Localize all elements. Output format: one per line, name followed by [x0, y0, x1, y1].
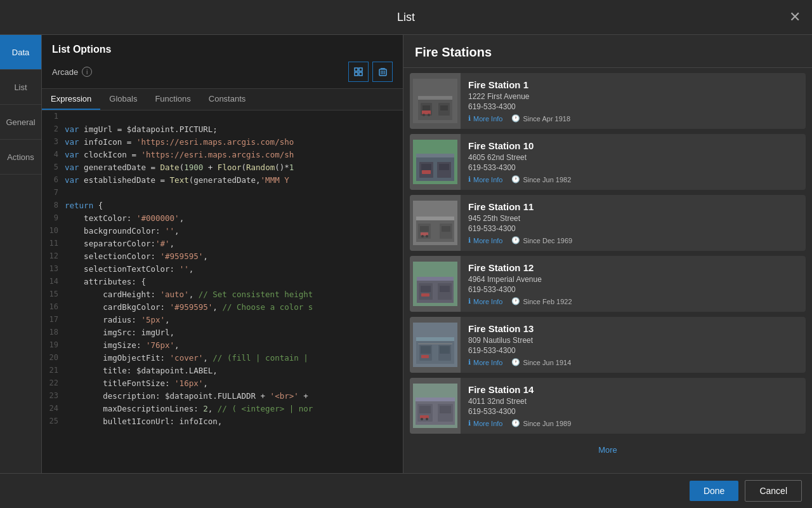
- arcade-info-icon[interactable]: i: [82, 67, 92, 77]
- more-area: More: [410, 439, 806, 460]
- svg-point-35: [421, 235, 424, 237]
- code-line-8: 8 return {: [42, 199, 403, 212]
- code-line-1: 1: [42, 110, 403, 123]
- station-card-12[interactable]: Fire Station 12 4964 Imperial Avenue 619…: [410, 256, 806, 312]
- code-line-25: 25 bullet1IconUrl: infoIcon,: [42, 415, 403, 428]
- more-info-link-11[interactable]: ℹ More Info: [468, 236, 502, 244]
- station-meta-13: ℹ More Info 🕐 Since Jun 1914: [468, 358, 798, 366]
- svg-rect-24: [421, 164, 431, 170]
- center-panel: List Options Arcade i: [42, 35, 403, 508]
- clock-icon-13: 🕐: [511, 358, 520, 366]
- info-icon-1: ℹ: [468, 114, 471, 123]
- station-meta-11: ℹ More Info 🕐 Since Dec 1969: [468, 236, 798, 244]
- tab-expression[interactable]: Expression: [42, 89, 100, 110]
- done-button[interactable]: Done: [690, 481, 738, 501]
- since-item-13: 🕐 Since Jun 1914: [511, 358, 571, 366]
- close-icon[interactable]: ✕: [789, 10, 801, 24]
- station-img-10: [410, 134, 461, 190]
- more-info-text-11: More Info: [473, 237, 502, 244]
- station-name-10: Fire Station 10: [468, 140, 798, 151]
- panel-title: List Options: [52, 44, 393, 55]
- code-line-3: 3 var infoIcon = 'https://esri.maps.arcg…: [42, 136, 403, 149]
- svg-rect-60: [440, 406, 451, 413]
- tab-functions[interactable]: Functions: [146, 89, 199, 110]
- svg-rect-14: [440, 105, 448, 110]
- station-addr-13: 809 Nautilus Street: [468, 336, 798, 345]
- arcade-label: Arcade i: [52, 67, 92, 77]
- more-info-link-14[interactable]: ℹ More Info: [468, 419, 502, 427]
- code-editor[interactable]: 1 2 var imgUrl = $datapoint.PICTURL; 3 v…: [42, 110, 403, 508]
- sidebar-item-list[interactable]: List: [0, 70, 41, 105]
- station-card-13[interactable]: Fire Station 13 809 Nautilus Street 619-…: [410, 317, 806, 373]
- code-line-24: 24 maxDescriptionLines: 2, // ( <integer…: [42, 403, 403, 415]
- station-img-14: [410, 378, 461, 434]
- since-item-10: 🕐 Since Jun 1982: [511, 175, 571, 184]
- station-meta-14: ℹ More Info 🕐 Since Jun 1989: [468, 419, 798, 427]
- station-name-14: Fire Station 14: [468, 384, 798, 395]
- svg-rect-29: [416, 217, 454, 220]
- code-line-16: 16 cardBkgColor: '#959595', // Choose a …: [42, 301, 403, 314]
- delete-button[interactable]: [372, 62, 393, 82]
- code-line-7: 7: [42, 187, 403, 199]
- info-icon-13: ℹ: [468, 358, 471, 366]
- more-info-link-12[interactable]: ℹ More Info: [468, 297, 502, 305]
- tabs-bar: Expression Globals Functions Constants: [42, 89, 403, 110]
- main-layout: Data List General Actions List Options A…: [0, 35, 812, 508]
- svg-point-36: [426, 235, 428, 237]
- more-info-link-1[interactable]: ℹ More Info: [468, 114, 502, 123]
- station-addr-1: 1222 First Avenue: [468, 92, 798, 101]
- preview-panel: Fire Stations: [403, 35, 812, 508]
- more-info-text-14: More Info: [473, 420, 502, 427]
- sidebar-item-data[interactable]: Data: [0, 35, 41, 70]
- svg-rect-44: [421, 293, 429, 297]
- station-info-11: Fire Station 11 945 25th Street 619-533-…: [461, 195, 806, 251]
- more-info-link-13[interactable]: ℹ More Info: [468, 358, 502, 366]
- tab-constants[interactable]: Constants: [200, 89, 255, 110]
- more-info-text-13: More Info: [473, 359, 502, 366]
- station-info-14: Fire Station 14 4011 32nd Street 619-533…: [461, 378, 806, 434]
- station-meta-1: ℹ More Info 🕐 Since Apr 1918: [468, 114, 798, 123]
- more-info-link-10[interactable]: ℹ More Info: [468, 175, 502, 184]
- station-info-1: Fire Station 1 1222 First Avenue 619-533…: [461, 73, 806, 129]
- station-info-13: Fire Station 13 809 Nautilus Street 619-…: [461, 317, 806, 373]
- preview-title: Fire Stations: [403, 35, 812, 68]
- code-line-23: 23 description: $datapoint.FULLADDR + '<…: [42, 390, 403, 403]
- station-img-13: [410, 317, 461, 373]
- info-icon-12: ℹ: [468, 297, 471, 305]
- code-line-21: 21 title: $datapoint.LABEL,: [42, 364, 403, 377]
- svg-rect-16: [422, 110, 431, 114]
- code-line-13: 13 selectionTextColor: '',: [42, 263, 403, 276]
- since-item-14: 🕐 Since Jun 1989: [511, 419, 571, 427]
- more-button[interactable]: More: [598, 445, 617, 455]
- cancel-button[interactable]: Cancel: [745, 480, 802, 502]
- expand-button[interactable]: [348, 62, 369, 82]
- since-item-11: 🕐 Since Dec 1969: [511, 236, 572, 244]
- svg-rect-3: [359, 72, 362, 76]
- code-line-14: 14 attributes: {: [42, 276, 403, 288]
- info-icon-10: ℹ: [468, 175, 471, 184]
- svg-rect-0: [355, 68, 358, 71]
- sidebar-item-actions[interactable]: Actions: [0, 140, 41, 175]
- stations-list[interactable]: Fire Station 1 1222 First Avenue 619-533…: [403, 68, 812, 508]
- station-addr-12: 4964 Imperial Avenue: [468, 275, 798, 284]
- svg-rect-53: [421, 355, 429, 358]
- tab-globals[interactable]: Globals: [100, 89, 146, 110]
- dialog-title: List: [397, 11, 415, 24]
- code-line-6: 6 var establishedDate = Text(generatedDa…: [42, 174, 403, 187]
- station-card-11[interactable]: Fire Station 11 945 25th Street 619-533-…: [410, 195, 806, 251]
- svg-rect-10: [418, 97, 452, 100]
- sidebar-item-general[interactable]: General: [0, 105, 41, 140]
- svg-rect-21: [416, 154, 454, 157]
- clock-icon-12: 🕐: [511, 297, 520, 305]
- station-info-10: Fire Station 10 4605 62nd Street 619-533…: [461, 134, 806, 190]
- station-card-10[interactable]: Fire Station 10 4605 62nd Street 619-533…: [410, 134, 806, 190]
- svg-rect-43: [440, 286, 450, 292]
- code-line-15: 15 cardHeight: 'auto', // Set consistent…: [42, 288, 403, 301]
- station-phone-10: 619-533-4300: [468, 163, 798, 172]
- station-card-1[interactable]: Fire Station 1 1222 First Avenue 619-533…: [410, 73, 806, 129]
- since-item-1: 🕐 Since Apr 1918: [511, 114, 570, 123]
- code-line-11: 11 separatorColor:'#',: [42, 237, 403, 250]
- since-text-13: Since Jun 1914: [523, 359, 571, 366]
- station-card-14[interactable]: Fire Station 14 4011 32nd Street 619-533…: [410, 378, 806, 434]
- station-meta-10: ℹ More Info 🕐 Since Jun 1982: [468, 175, 798, 184]
